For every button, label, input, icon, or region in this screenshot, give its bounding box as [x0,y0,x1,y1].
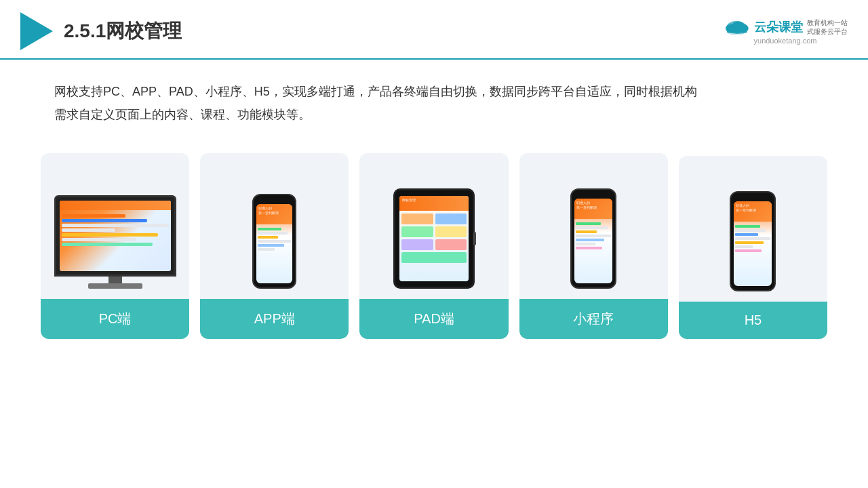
card-pad-label: PAD端 [359,299,508,339]
card-app-image: 职通人的第一堂判断课 [200,153,349,289]
card-miniapp: 职通人的第一堂判断课 小程序 [519,153,668,339]
card-pc-label: PC端 [41,299,189,339]
phone-miniapp-mockup: 职通人的第一堂判断课 [570,188,616,289]
brand-logo: 云朵课堂 教育机构一站 式服务云平台 [723,18,848,37]
card-pc-image [41,153,189,289]
svg-rect-6 [727,27,747,33]
pc-screen-outer [54,195,176,277]
card-app-label: APP端 [200,299,349,339]
tablet-button [473,232,476,245]
card-h5: 职通人的第一堂判断课 H5 [679,156,827,339]
card-pad: 网校管理 PAD端 [359,153,508,339]
page-title: 2.5.1网校管理 [64,18,182,44]
phone-h5-mockup: 职通人的第一堂判断课 [730,191,776,291]
description-content: 网校支持PC、APP、PAD、小程序、H5，实现多端打通，产品各终端自由切换，数… [54,85,697,98]
card-miniapp-image: 职通人的第一堂判断课 [519,153,668,289]
phone-h5-screen: 职通人的第一堂判断课 [734,201,772,286]
card-h5-label: H5 [679,302,827,339]
card-pad-image: 网校管理 [359,153,508,289]
card-pc: PC端 [41,153,189,339]
phone-app-mockup: 职通人的第一堂判断课 [252,194,296,289]
phone-app-screen: 职通人的第一堂判断课 [256,204,292,283]
pc-mockup [51,195,179,289]
cards-container: PC端 职通人的第一堂判断课 [0,140,868,366]
brand-tagline2: 式服务云平台 [807,27,848,36]
card-app: 职通人的第一堂判断课 APP端 [200,153,349,339]
page-header: 2.5.1网校管理 云朵课堂 教育机构一站 式服务云平台 yunduoketan… [0,0,868,60]
phone-miniapp-screen: 职通人的第一堂判断课 [574,199,612,283]
header-left: 2.5.1网校管理 [20,12,182,50]
card-miniapp-label: 小程序 [519,299,668,339]
description-text: 网校支持PC、APP、PAD、小程序、H5，实现多端打通，产品各终端自由切换，数… [0,60,868,133]
tablet-screen: 网校管理 [399,196,469,281]
brand-name: 云朵课堂 [754,19,803,35]
pc-screen-inner [60,201,171,271]
description-content2: 需求自定义页面上的内容、课程、功能模块等。 [54,108,311,121]
tablet-mockup: 网校管理 [393,188,475,289]
cloud-icon [723,18,750,37]
card-h5-image: 职通人的第一堂判断课 [679,156,827,291]
brand-url: yunduoketang.com [754,37,817,45]
brand-area: 云朵课堂 教育机构一站 式服务云平台 yunduoketang.com [723,18,848,45]
logo-triangle-icon [20,12,53,50]
brand-tagline: 教育机构一站 [807,18,848,27]
